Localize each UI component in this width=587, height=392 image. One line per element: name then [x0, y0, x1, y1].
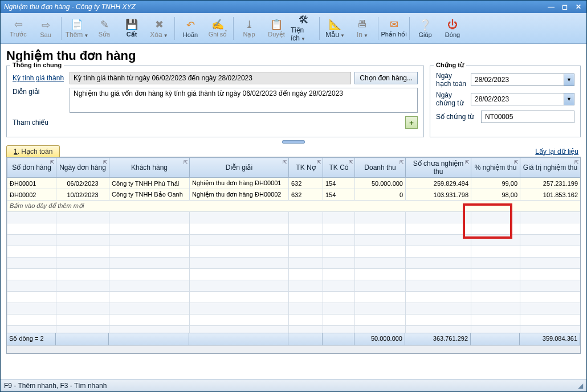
- template-button[interactable]: 📐Mẫu▼: [322, 15, 348, 42]
- grid-footer: Số dòng = 2 50.000.000 363.761.292 359.0…: [7, 333, 580, 345]
- toolbar-separator: [378, 17, 378, 40]
- undo-button[interactable]: ↶Hoãn: [177, 15, 203, 42]
- maximize-button[interactable]: ◻: [560, 3, 569, 11]
- empty-row: [7, 212, 581, 223]
- col-percent[interactable]: % nghiệm thu⇱: [471, 158, 520, 178]
- accounting-date-field[interactable]: [471, 74, 564, 86]
- voucher-no-label: Số chứng từ: [436, 113, 478, 121]
- col-desc[interactable]: Diễn giải⇱: [190, 158, 289, 178]
- delete-icon: ✖: [155, 18, 164, 31]
- empty-row: [7, 235, 581, 246]
- delete-button[interactable]: ✖Xóa▼: [146, 15, 172, 42]
- edit-button[interactable]: ✎Sửa: [91, 15, 117, 42]
- col-value[interactable]: Giá trị nghiệm thu⇱: [520, 158, 581, 178]
- load-button[interactable]: ⤓Nạp: [236, 15, 262, 42]
- footer-revenue: 50.000.000: [354, 333, 405, 345]
- col-remain[interactable]: Số chưa nghiệm thu⇱: [406, 158, 471, 178]
- general-legend: Thông tin chung: [10, 62, 64, 68]
- approve-icon: 📋: [270, 18, 283, 31]
- nav-prev-button[interactable]: ⇦Trước: [5, 15, 31, 42]
- table-row[interactable]: ĐH0000106/02/2023Công ty TNHH Phú TháiNg…: [7, 178, 581, 189]
- toolbar-separator: [61, 17, 62, 40]
- reload-data-link[interactable]: Lấy lại dữ liệu: [535, 148, 578, 156]
- close-window-button[interactable]: ✕: [574, 3, 583, 11]
- footer-value: 359.084.361: [520, 333, 580, 345]
- pencil-icon: ✎: [100, 18, 109, 31]
- reference-label: Tham chiếu: [13, 119, 70, 126]
- status-bar: F9 - Thêm nhanh, F3 - Tìm nhanh ◢: [1, 379, 586, 391]
- empty-row: [7, 292, 581, 303]
- status-text: F9 - Thêm nhanh, F3 - Tìm nhanh: [4, 382, 107, 390]
- period-field: [70, 72, 351, 84]
- date-dropdown-button[interactable]: ▼: [564, 74, 574, 86]
- empty-row: [7, 280, 581, 292]
- horizontal-scrollbar[interactable]: [7, 345, 580, 353]
- footer-remain: 363.761.292: [405, 333, 471, 345]
- document-add-icon: 📄: [71, 18, 83, 31]
- approve-button[interactable]: 📋Duyệt: [263, 15, 290, 42]
- grid-header-row: Số đơn hàng⇱ Ngày đơn hàng⇱ Khách hàng⇱ …: [7, 158, 581, 178]
- save-icon: 💾: [125, 18, 138, 31]
- print-button[interactable]: 🖶In▼: [349, 15, 376, 42]
- col-debit[interactable]: TK Nợ⇱: [289, 158, 323, 178]
- col-credit[interactable]: TK Có⇱: [323, 158, 355, 178]
- add-button[interactable]: 📄Thêm▼: [64, 15, 90, 42]
- toolbar-separator: [409, 17, 410, 40]
- period-label[interactable]: Kỳ tính giá thành: [13, 74, 70, 82]
- footer-count: Số dòng = 2: [7, 333, 56, 345]
- ledger-icon: ✍: [211, 18, 224, 31]
- toolbar-separator: [319, 17, 320, 40]
- col-customer[interactable]: Khách hàng⇱: [109, 158, 190, 178]
- description-label: Diễn giải: [13, 88, 70, 96]
- voucher-panel: Chứng từ Ngày hạch toán ▼ Ngày chứng từ …: [430, 66, 581, 137]
- choose-order-button[interactable]: Chọn đơn hàng...: [354, 72, 418, 84]
- general-info-panel: Thông tin chung Kỳ tính giá thành Chọn đ…: [6, 66, 424, 137]
- resize-grip[interactable]: ◢: [578, 382, 583, 390]
- tabs-row: 1. Hạch toán Lấy lại dữ liệu: [6, 145, 581, 157]
- post-button[interactable]: ✍Ghi sổ: [205, 15, 231, 42]
- empty-row: [7, 258, 581, 269]
- col-order-date[interactable]: Ngày đơn hàng⇱: [56, 158, 109, 178]
- voucher-date-field[interactable]: [471, 93, 564, 105]
- arrow-left-icon: ⇦: [14, 18, 23, 31]
- save-button[interactable]: 💾Cất: [119, 15, 145, 42]
- empty-row: [7, 303, 581, 315]
- window-buttons: — ◻ ✕: [547, 3, 583, 11]
- toolbar-separator: [174, 17, 175, 40]
- toolbar: ⇦Trước ⇨Sau 📄Thêm▼ ✎Sửa 💾Cất ✖Xóa▼ ↶Hoãn…: [1, 13, 586, 44]
- col-revenue[interactable]: Doanh thu⇱: [355, 158, 406, 178]
- utilities-button[interactable]: 🛠Tiện ích▼: [291, 15, 317, 42]
- empty-row: [7, 246, 581, 258]
- mail-icon: ✉: [390, 18, 398, 31]
- toolbar-separator: [233, 17, 234, 40]
- help-button[interactable]: ❔Giúp: [412, 15, 438, 42]
- accounting-grid: Số đơn hàng⇱ Ngày đơn hàng⇱ Khách hàng⇱ …: [6, 157, 581, 354]
- undo-icon: ↶: [186, 19, 195, 31]
- tab-accounting[interactable]: 1. Hạch toán: [6, 145, 60, 157]
- title-bar: Nghiệm thu đơn hàng - Công ty TNHH XYZ —…: [1, 1, 586, 13]
- template-icon: 📐: [329, 18, 341, 31]
- empty-row: [7, 326, 581, 333]
- window-title: Nghiệm thu đơn hàng - Công ty TNHH XYZ: [4, 3, 547, 11]
- voucher-legend: Chứng từ: [434, 62, 466, 69]
- feedback-button[interactable]: ✉Phản hồi: [381, 15, 407, 42]
- col-order-no[interactable]: Số đơn hàng⇱: [7, 158, 56, 178]
- load-icon: ⤓: [245, 18, 254, 31]
- date-dropdown-button[interactable]: ▼: [564, 93, 574, 105]
- add-reference-button[interactable]: ＋: [405, 116, 418, 129]
- description-field[interactable]: Nghiệm thu giá vốn đơn hàng kỳ tính giá …: [70, 88, 418, 113]
- empty-row: [7, 269, 581, 280]
- empty-row: [7, 223, 581, 235]
- table-row[interactable]: ĐH0000210/02/2023Công ty TNHH Bảo OanhNg…: [7, 189, 581, 201]
- empty-row: [7, 315, 581, 326]
- close-button[interactable]: ⏻Đóng: [439, 15, 466, 42]
- arrow-right-icon: ⇨: [42, 19, 50, 31]
- voucher-no-field[interactable]: [481, 111, 574, 123]
- page-title: Nghiệm thu đơn hàng: [6, 48, 581, 63]
- plus-icon: ＋: [408, 118, 415, 128]
- minimize-button[interactable]: —: [547, 3, 556, 11]
- nav-next-button[interactable]: ⇨Sau: [32, 15, 59, 42]
- voucher-date-label: Ngày chứng từ: [436, 91, 467, 107]
- panel-splitter[interactable]: [6, 140, 581, 144]
- add-new-row[interactable]: Bấm vào đây để thêm mới: [7, 201, 581, 212]
